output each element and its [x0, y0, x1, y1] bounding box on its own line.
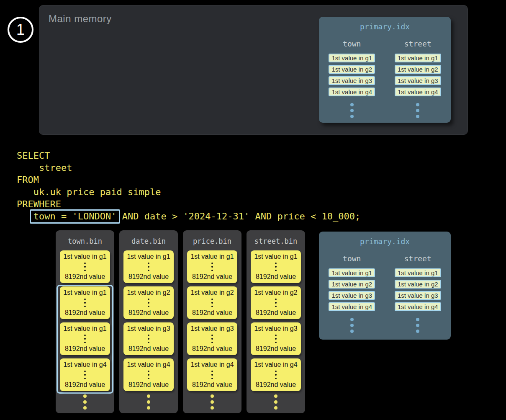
ellipsis-dots	[275, 371, 277, 379]
dot	[148, 299, 149, 300]
primary-idx-title: primary.idx	[319, 237, 451, 246]
primary-idx-title: primary.idx	[319, 22, 451, 31]
index-body: 1st value in g11st value in g21st value …	[319, 54, 451, 118]
ellipsis-dots	[247, 394, 305, 410]
ellipsis-dots	[416, 318, 419, 333]
dot	[275, 270, 277, 271]
dot	[211, 342, 213, 343]
ellipsis-dots	[275, 299, 277, 307]
ellipsis-dots	[84, 263, 86, 271]
dot	[148, 374, 149, 376]
index-column-header-town: town	[319, 254, 385, 263]
dot	[275, 338, 277, 340]
dot	[211, 335, 213, 336]
dot	[83, 400, 87, 404]
dot	[148, 302, 149, 304]
granule-block: 1st value in g18192nd value	[251, 250, 301, 283]
index-entry-chip: 1st value in g1	[329, 268, 375, 277]
sql-line: FROM	[17, 174, 360, 186]
granule-block: 1st value in g18192nd value	[60, 322, 110, 355]
dot	[211, 371, 213, 372]
index-column-town: 1st value in g11st value in g21st value …	[319, 54, 385, 118]
ellipsis-dots	[84, 371, 86, 379]
index-column-town: 1st value in g11st value in g21st value …	[319, 268, 385, 333]
dot	[148, 338, 149, 340]
prewhere-predicate-highlight-box: town = 'LONDON'	[30, 209, 121, 224]
bin-file-title: price.bin	[183, 237, 241, 245]
dot	[211, 374, 213, 376]
granule-blocks: 1st value in g18192nd value1st value in …	[247, 250, 305, 391]
index-headers: townstreet	[319, 39, 451, 48]
dot	[416, 103, 419, 106]
granule-block: 1st value in g38192nd value	[251, 322, 301, 355]
index-column-header-street: street	[385, 254, 451, 263]
granule-last-value: 8192nd value	[128, 273, 169, 281]
dot	[416, 318, 419, 321]
dot	[416, 115, 419, 118]
dot	[275, 299, 277, 300]
dot	[275, 342, 277, 343]
dot	[84, 335, 86, 336]
index-entry-chip: 1st value in g4	[395, 88, 441, 96]
granule-block: 1st value in g48192nd value	[187, 358, 237, 391]
index-column-street: 1st value in g11st value in g21st value …	[385, 54, 451, 118]
dot	[211, 394, 214, 398]
dot	[275, 374, 277, 376]
dot	[84, 302, 86, 304]
dot	[416, 324, 419, 327]
dot	[275, 378, 277, 379]
dot	[148, 270, 149, 271]
dot	[84, 338, 86, 340]
granule-last-value: 8192nd value	[256, 345, 296, 353]
dot	[84, 342, 86, 343]
granule-last-value: 8192nd value	[65, 345, 105, 353]
dot	[275, 302, 277, 304]
index-entry-chip: 1st value in g3	[395, 76, 441, 85]
dot	[211, 338, 213, 340]
dot	[84, 371, 86, 372]
dot	[84, 306, 86, 307]
granule-last-value: 8192nd value	[256, 273, 296, 281]
granule-block: 1st value in g18192nd value	[187, 250, 237, 283]
granule-first-value: 1st value in g4	[63, 361, 106, 368]
index-column-header-town: town	[319, 39, 385, 48]
sql-line: uk.uk_price_paid_simple	[17, 186, 360, 198]
dot	[350, 318, 354, 321]
dot	[211, 306, 213, 307]
dot	[84, 263, 86, 264]
granule-first-value: 1st value in g1	[63, 325, 106, 332]
ellipsis-dots	[416, 103, 419, 118]
granule-last-value: 8192nd value	[256, 381, 296, 389]
dot	[350, 324, 354, 327]
granule-block: 1st value in g48192nd value	[251, 358, 301, 391]
index-body: 1st value in g11st value in g21st value …	[319, 268, 451, 333]
ellipsis-dots	[148, 299, 149, 307]
dot	[84, 299, 86, 300]
index-entry-chip: 1st value in g2	[329, 280, 375, 289]
dot	[84, 266, 86, 268]
granule-first-value: 1st value in g3	[190, 325, 234, 332]
ellipsis-dots	[275, 335, 277, 343]
step-number: 1	[16, 22, 25, 37]
granule-first-value: 1st value in g2	[190, 289, 234, 296]
dot	[350, 109, 354, 112]
primary-idx-panel-disk: primary.idxtownstreet1st value in g11st …	[319, 232, 451, 340]
granule-first-value: 1st value in g4	[254, 361, 297, 368]
dot	[211, 400, 214, 404]
granule-block: 1st value in g28192nd value	[251, 286, 301, 319]
dot	[211, 302, 213, 304]
bin-file-title: street.bin	[247, 237, 305, 245]
dot	[148, 306, 149, 307]
dot	[211, 270, 213, 271]
sql-line: town = 'LONDON' AND date > '2024-12-31' …	[17, 210, 360, 222]
dot	[148, 378, 149, 379]
dot	[350, 115, 354, 118]
dot	[274, 394, 277, 398]
granule-first-value: 1st value in g1	[63, 253, 106, 260]
bin-file-date-bin: date.bin1st value in g18192nd value1st v…	[119, 230, 178, 413]
index-entry-chip: 1st value in g3	[329, 291, 375, 300]
dot	[275, 371, 277, 372]
dot	[84, 378, 86, 379]
bin-file-title: date.bin	[119, 237, 178, 245]
dot	[211, 378, 213, 379]
